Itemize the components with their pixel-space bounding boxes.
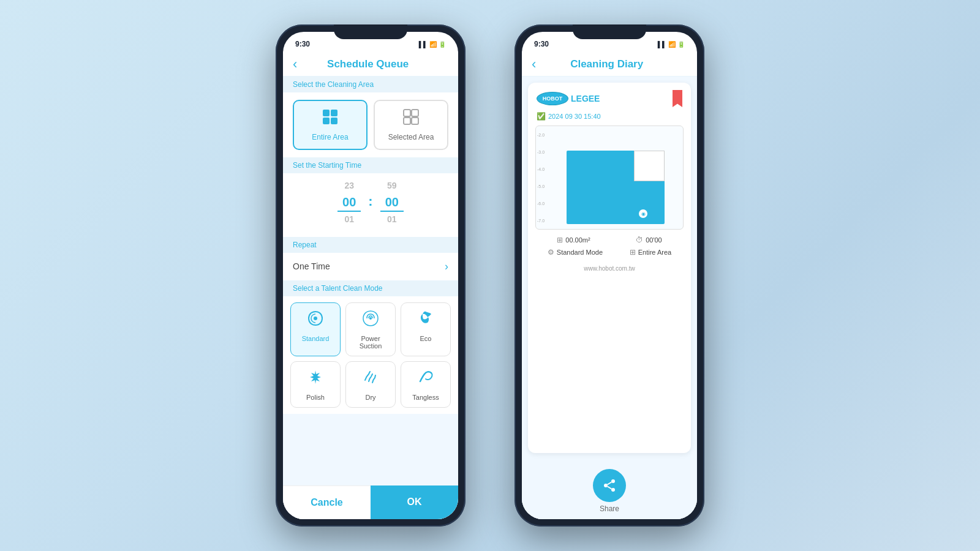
svg-point-9: [369, 317, 372, 320]
hobot-logo: HOBOT LEGEE: [537, 92, 600, 105]
schedule-header: ‹ Schedule Queue: [283, 51, 458, 77]
legee-model: LEGEE: [571, 94, 600, 103]
dry-icon: [361, 368, 380, 391]
back-button-1[interactable]: ‹: [293, 58, 297, 71]
mode-polish-label: Polish: [306, 394, 325, 401]
polish-icon: [306, 368, 325, 391]
entire-area-icon: [322, 108, 339, 129]
tangless-icon: [417, 368, 435, 391]
datetime-text: 2024 09 30 15:40: [548, 113, 601, 120]
clean-area-value: Entire Area: [638, 249, 671, 256]
standard-icon: [306, 309, 325, 332]
repeat-row[interactable]: One Time ›: [283, 253, 458, 280]
hour-current: 00: [337, 193, 361, 212]
notch-1: [334, 24, 407, 39]
duration-value: 00'00: [646, 236, 662, 244]
card-header: HOBOT LEGEE: [528, 83, 691, 111]
diary-card: HOBOT LEGEE ✅ 2024 09 30 15:40 -2.0 -3.0…: [528, 83, 691, 453]
svg-line-13: [608, 482, 612, 485]
room-cutout: [634, 151, 665, 181]
svg-line-14: [608, 487, 612, 489]
mode-power-suction-label: Power Suction: [350, 335, 391, 350]
area-value: 00.00m²: [565, 236, 590, 244]
svg-rect-1: [331, 110, 337, 116]
mode-tangless[interactable]: Tangless: [401, 361, 451, 408]
selected-area-btn[interactable]: Selected Area: [374, 100, 448, 150]
stats-row-2: ⚙ Standard Mode ⊞ Entire Area: [528, 247, 691, 263]
selected-area-label: Selected Area: [388, 133, 434, 141]
robot-position: ◉: [638, 208, 649, 219]
time-2: 9:30: [534, 40, 549, 48]
minute-col[interactable]: 59 00 01: [380, 179, 404, 226]
repeat-label: Repeat: [283, 237, 458, 253]
time-1: 9:30: [295, 40, 310, 48]
diary-header: ‹ Cleaning Diary: [522, 51, 697, 77]
mode-eco[interactable]: Eco: [401, 302, 451, 356]
svg-point-11: [604, 484, 608, 487]
mode-standard-label: Standard: [302, 335, 330, 342]
stat-clean-area: ⊞ Entire Area: [630, 248, 671, 257]
app-content-2: HOBOT LEGEE ✅ 2024 09 30 15:40 -2.0 -3.0…: [522, 77, 697, 519]
svg-rect-5: [412, 110, 418, 116]
y-labels: -2.0 -3.0 -4.0 -5.0 -6.0 -7.0: [537, 126, 545, 229]
mode-polish[interactable]: Polish: [290, 361, 341, 408]
mode-dry-label: Dry: [365, 394, 375, 401]
hour-down: 01: [339, 213, 359, 226]
mode-power-suction[interactable]: Power Suction: [345, 302, 396, 356]
stats-row-1: ⊞ 00.00m² ⏱ 00'00: [528, 230, 691, 247]
hobot-brand: HOBOT: [537, 92, 568, 105]
phone-2: 9:30 ▌▌ 📶 🔋 ‹ Cleaning Diary HOBOT LEGEE: [514, 24, 704, 527]
notch-2: [573, 24, 646, 39]
check-icon: ✅: [537, 112, 546, 121]
mode-grid: Standard Power Suction: [283, 296, 458, 414]
schedule-title: Schedule Queue: [302, 58, 434, 70]
website-url: www.hobot.com.tw: [528, 263, 691, 277]
selected-area-icon: [402, 108, 420, 129]
diary-title: Cleaning Diary: [541, 58, 673, 70]
clean-mode-label: Select a Talent Clean Mode: [283, 280, 458, 296]
minute-current: 00: [380, 193, 404, 212]
mode-eco-label: Eco: [420, 335, 432, 342]
hour-col[interactable]: 23 00 01: [337, 179, 361, 226]
mode-dry[interactable]: Dry: [345, 361, 396, 408]
status-icons-2: ▌▌ 📶 🔋: [658, 41, 685, 48]
clean-area-icon: ⊞: [630, 248, 636, 257]
share-section: Share: [522, 459, 697, 519]
stat-duration: ⏱ 00'00: [636, 236, 662, 244]
svg-point-12: [611, 488, 615, 492]
minute-up: 59: [382, 179, 402, 192]
stat-mode: ⚙ Standard Mode: [548, 248, 603, 257]
back-button-2[interactable]: ‹: [532, 58, 536, 71]
bookmark-icon: [673, 90, 682, 107]
app-content-1: Select the Cleaning Area Entire Area: [283, 77, 458, 519]
area-icon: ⊞: [557, 236, 563, 244]
repeat-value: One Time: [293, 261, 330, 271]
mode-standard[interactable]: Standard: [290, 302, 341, 356]
starting-time-label: Set the Starting Time: [283, 157, 458, 173]
status-icons-1: ▌▌ 📶 🔋: [419, 41, 446, 48]
eco-icon: [417, 309, 435, 332]
share-label: Share: [600, 504, 619, 513]
duration-icon: ⏱: [636, 236, 643, 244]
svg-rect-6: [404, 118, 410, 124]
share-button[interactable]: [593, 469, 626, 502]
mode-icon: ⚙: [548, 248, 554, 257]
ok-button[interactable]: OK: [371, 485, 458, 519]
hour-up: 23: [339, 179, 359, 192]
stat-area: ⊞ 00.00m²: [557, 236, 590, 244]
time-separator: :: [368, 193, 372, 209]
svg-rect-2: [323, 118, 330, 124]
cancel-button[interactable]: Cancle: [283, 485, 371, 519]
svg-rect-4: [404, 110, 410, 116]
svg-rect-7: [412, 118, 418, 124]
minute-down: 01: [382, 213, 402, 226]
mode-tangless-label: Tangless: [412, 394, 439, 401]
svg-rect-3: [331, 118, 337, 124]
entire-area-btn[interactable]: Entire Area: [293, 100, 368, 150]
time-picker: 23 00 01 : 59 00 01: [283, 173, 458, 234]
phone-1: 9:30 ▌▌ 📶 🔋 ‹ Schedule Queue Select the …: [276, 24, 466, 527]
cleaning-area-label: Select the Cleaning Area: [283, 77, 458, 92]
area-selector: Entire Area Selected Area: [283, 92, 458, 157]
mode-value: Standard Mode: [557, 249, 603, 256]
entire-area-label: Entire Area: [312, 133, 348, 141]
